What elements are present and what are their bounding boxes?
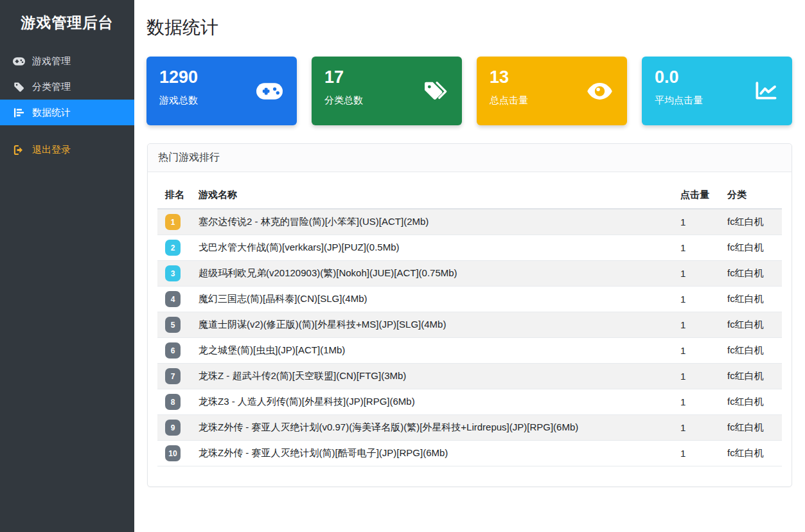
game-name-cell: 塞尔达传说2 - 林克的冒险(简)[小笨笨](US)[ACT](2Mb) [191, 209, 673, 235]
stat-card-总点击量: 13 总点击量 [477, 57, 627, 125]
column-header-name: 游戏名称 [191, 182, 673, 209]
rank-badge: 5 [165, 317, 181, 333]
clicks-cell: 1 [673, 441, 720, 466]
tags-icon [423, 80, 448, 102]
rank-badge: 4 [165, 291, 181, 307]
clicks-cell: 1 [673, 389, 720, 415]
category-cell: fc红白机 [720, 261, 782, 287]
game-name-cell: 戈巴水管大作战(简)[verkkars](JP)[PUZ](0.5Mb) [191, 235, 673, 261]
main-content: 数据统计 1290 游戏总数 17 分类总数 13 总点击量 0.0 平均点击量… [134, 0, 805, 532]
game-name-cell: 龙珠Z - 超武斗传2(简)[天空联盟](CN)[FTG](3Mb) [191, 364, 673, 389]
sidebar-item-分类管理[interactable]: 分类管理 [0, 74, 134, 100]
game-name-cell: 龙之城堡(简)[虫虫](JP)[ACT](1Mb) [191, 338, 673, 364]
rank-badge: 1 [165, 214, 181, 230]
stat-cards-row: 1290 游戏总数 17 分类总数 13 总点击量 0.0 平均点击量 [146, 57, 792, 125]
chart-line-icon [754, 80, 778, 102]
clicks-cell: 1 [673, 287, 720, 312]
column-header-rank: 排名 [157, 182, 191, 209]
gamepad-icon [256, 83, 283, 100]
category-cell: fc红白机 [720, 209, 782, 235]
game-name-cell: 魔道士阴谋(v2)(修正版)(简)[外星科技+MS](JP)[SLG](4Mb) [191, 312, 673, 338]
category-cell: fc红白机 [720, 364, 782, 389]
ranking-table: 排名 游戏名称 点击量 分类 1 塞尔达传说2 - 林克的冒险(简)[小笨笨](… [157, 182, 782, 466]
panel-title: 热门游戏排行 [148, 144, 792, 172]
game-name-cell: 超级玛利欧兄弟(v20120903)(繁)[Nokoh](JUE)[ACT](0… [191, 261, 673, 287]
page-title: 数据统计 [146, 15, 805, 40]
rank-badge: 10 [165, 445, 181, 461]
table-row: 7 龙珠Z - 超武斗传2(简)[天空联盟](CN)[FTG](3Mb) 1 f… [157, 364, 782, 389]
game-name-cell: 龙珠Z3 - 人造人列传(简)[外星科技](JP)[RPG](6Mb) [191, 389, 673, 415]
rank-badge: 3 [165, 265, 181, 281]
game-name-cell: 龙珠Z外传 - 赛亚人灭绝计划(简)[酷哥电子](JP)[RPG](6Mb) [191, 441, 673, 466]
category-cell: fc红白机 [720, 312, 782, 338]
table-row: 6 龙之城堡(简)[虫虫](JP)[ACT](1Mb) 1 fc红白机 [157, 338, 782, 364]
tags-icon [13, 82, 25, 93]
category-cell: fc红白机 [720, 389, 782, 415]
rank-badge: 8 [165, 394, 181, 410]
stat-card-游戏总数: 1290 游戏总数 [146, 57, 297, 125]
clicks-cell: 1 [673, 364, 720, 389]
category-cell: fc红白机 [720, 441, 782, 466]
table-header-row: 排名 游戏名称 点击量 分类 [157, 182, 782, 209]
rank-badge: 9 [165, 420, 181, 436]
clicks-cell: 1 [673, 235, 720, 261]
table-row: 8 龙珠Z3 - 人造人列传(简)[外星科技](JP)[RPG](6Mb) 1 … [157, 389, 782, 415]
clicks-cell: 1 [673, 209, 720, 235]
column-header-clicks: 点击量 [673, 182, 720, 209]
sidebar: 游戏管理后台 游戏管理 分类管理 数据统计 退出登录 [0, 0, 134, 532]
rank-badge: 2 [165, 240, 181, 256]
table-row: 5 魔道士阴谋(v2)(修正版)(简)[外星科技+MS](JP)[SLG](4M… [157, 312, 782, 338]
clicks-cell: 1 [673, 415, 720, 441]
eye-icon [587, 82, 613, 100]
game-name-cell: 魔幻三国志(简)[晶科泰](CN)[SLG](4Mb) [191, 287, 673, 312]
app-title: 游戏管理后台 [0, 0, 134, 48]
table-row: 3 超级玛利欧兄弟(v20120903)(繁)[Nokoh](JUE)[ACT]… [157, 261, 782, 287]
table-row: 2 戈巴水管大作战(简)[verkkars](JP)[PUZ](0.5Mb) 1… [157, 235, 782, 261]
sidebar-item-数据统计[interactable]: 数据统计 [0, 100, 134, 125]
rank-badge: 6 [165, 342, 181, 359]
chart-bar-icon [13, 107, 25, 118]
gamepad-icon [13, 57, 25, 66]
clicks-cell: 1 [673, 261, 720, 287]
game-name-cell: 龙珠Z外传 - 赛亚人灭绝计划(v0.97)(海美译名版)(繁)[外星科技+Li… [191, 415, 673, 441]
rank-badge: 7 [165, 368, 181, 384]
clicks-cell: 1 [673, 338, 720, 364]
sign-out-icon [13, 145, 25, 155]
table-row: 1 塞尔达传说2 - 林克的冒险(简)[小笨笨](US)[ACT](2Mb) 1… [157, 209, 782, 235]
clicks-cell: 1 [673, 312, 720, 338]
stat-card-平均点击量: 0.0 平均点击量 [642, 57, 792, 125]
category-cell: fc红白机 [720, 235, 782, 261]
category-cell: fc红白机 [720, 415, 782, 441]
table-row: 10 龙珠Z外传 - 赛亚人灭绝计划(简)[酷哥电子](JP)[RPG](6Mb… [157, 441, 782, 466]
column-header-category: 分类 [720, 182, 782, 209]
sidebar-item-游戏管理[interactable]: 游戏管理 [0, 48, 134, 74]
table-row: 4 魔幻三国志(简)[晶科泰](CN)[SLG](4Mb) 1 fc红白机 [157, 287, 782, 312]
stat-card-分类总数: 17 分类总数 [312, 57, 462, 125]
category-cell: fc红白机 [720, 338, 782, 364]
table-row: 9 龙珠Z外传 - 赛亚人灭绝计划(v0.97)(海美译名版)(繁)[外星科技+… [157, 415, 782, 441]
sidebar-menu: 游戏管理 分类管理 数据统计 [0, 48, 134, 125]
ranking-panel: 热门游戏排行 排名 游戏名称 点击量 分类 1 塞尔达传说2 - 林克的冒险(简… [147, 143, 792, 487]
sidebar-item-logout[interactable]: 退出登录 [0, 137, 134, 163]
category-cell: fc红白机 [720, 287, 782, 312]
